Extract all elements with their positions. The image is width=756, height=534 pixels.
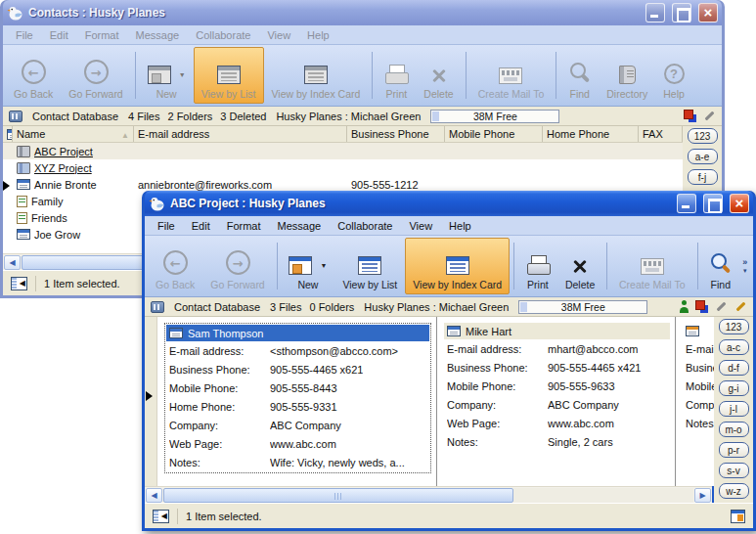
index-tab-a-c[interactable]: a-c: [719, 339, 749, 355]
status-text: 1 Item selected.: [44, 278, 120, 289]
list-row-abc-project[interactable]: ABC Project: [3, 143, 722, 159]
print-button[interactable]: Print: [377, 47, 416, 104]
menu-format[interactable]: Format: [77, 27, 127, 43]
index-tab-j-l[interactable]: j-l: [719, 401, 749, 417]
panel-toggle-icon[interactable]: [153, 510, 169, 523]
column-mobile-phone[interactable]: Mobile Phone: [445, 126, 543, 142]
menu-collaborate[interactable]: Collaborate: [188, 27, 258, 43]
scroll-left-arrow[interactable]: ◀: [4, 255, 21, 270]
card-name: Sam Thompson: [188, 328, 263, 339]
menu-message[interactable]: Message: [128, 27, 188, 43]
maximize-button[interactable]: [672, 3, 691, 22]
scroll-left-arrow[interactable]: ◀: [146, 488, 162, 503]
close-button[interactable]: [698, 3, 718, 22]
card-view-toggle-icon[interactable]: [731, 510, 745, 523]
go-back-button[interactable]: Go Back: [6, 47, 61, 104]
column-business-phone[interactable]: Business Phone: [347, 126, 445, 142]
new-button[interactable]: ▼ New: [140, 47, 194, 104]
card-sam-thompson[interactable]: Sam Thompson E-mail address:<sthompson@a…: [164, 323, 431, 473]
maximize-button[interactable]: [703, 194, 723, 213]
create-mail-to-button[interactable]: Create Mail To: [470, 47, 553, 104]
sync-squares-icon[interactable]: [684, 110, 696, 122]
find-button[interactable]: Find: [560, 47, 599, 104]
delete-icon: [571, 257, 589, 275]
index-tab-s-v[interactable]: s-v: [719, 463, 749, 478]
find-button[interactable]: Find: [701, 238, 739, 294]
column-fax[interactable]: FAX: [639, 126, 683, 142]
index-tab-w-z[interactable]: w-z: [719, 483, 749, 499]
index-tab-m-o[interactable]: m-o: [719, 422, 749, 437]
scroll-right-arrow[interactable]: ▶: [694, 488, 711, 503]
index-tab-g-i[interactable]: g-i: [719, 380, 749, 396]
new-dropdown-icon[interactable]: ▼: [179, 71, 186, 78]
abc-project-window: ABC Project : Husky Planes File Edit For…: [142, 191, 756, 531]
contacts-titlebar[interactable]: Contacts : Husky Planes: [3, 0, 722, 25]
index-tab-f-j[interactable]: f-j: [688, 169, 718, 185]
close-button[interactable]: [730, 194, 749, 213]
view-by-list-icon: [358, 256, 381, 275]
new-dropdown-icon[interactable]: ▼: [320, 262, 327, 269]
menu-file[interactable]: File: [8, 27, 41, 43]
view-by-index-card-button[interactable]: View by Index Card: [405, 238, 510, 294]
card-partial[interactable]: E-mail address: Business Phone: Mobile P…: [683, 323, 709, 432]
card-header[interactable]: [683, 323, 709, 339]
panel-toggle-icon[interactable]: [11, 277, 27, 290]
presence-person-icon[interactable]: [679, 300, 689, 313]
menu-file[interactable]: File: [150, 218, 183, 234]
minimize-button[interactable]: [645, 3, 665, 22]
contacts-menubar: File Edit Format Message Collaborate Vie…: [3, 25, 722, 45]
print-button[interactable]: Print: [518, 238, 557, 294]
project-book-icon: [17, 162, 30, 174]
column-home-phone[interactable]: Home Phone: [543, 126, 639, 142]
delete-button[interactable]: Delete: [557, 238, 602, 294]
column-name[interactable]: Name: [13, 126, 134, 142]
delete-icon: [430, 67, 448, 84]
index-tab-p-r[interactable]: p-r: [719, 442, 749, 458]
index-tab-123[interactable]: 123: [719, 319, 749, 334]
toolbar-separator: [556, 52, 556, 99]
help-button[interactable]: Help: [655, 47, 692, 104]
sort-ascending-icon: [121, 128, 129, 140]
new-button[interactable]: ▼ New: [281, 238, 334, 294]
sign-pen-icon[interactable]: [734, 300, 747, 313]
view-by-index-card-icon: [446, 256, 469, 275]
minimize-button[interactable]: [677, 194, 696, 213]
abc-titlebar[interactable]: ABC Project : Husky Planes: [145, 191, 753, 216]
delete-button[interactable]: Delete: [416, 47, 461, 104]
menu-collaborate[interactable]: Collaborate: [330, 218, 400, 234]
view-by-index-card-button[interactable]: View by Index Card: [264, 47, 369, 104]
create-mail-to-icon: [641, 258, 664, 275]
menu-message[interactable]: Message: [270, 218, 330, 234]
sync-squares-icon[interactable]: [695, 300, 708, 313]
contact-card-icon: [447, 326, 461, 336]
go-forward-button[interactable]: Go Forward: [61, 47, 130, 104]
menu-format[interactable]: Format: [219, 218, 269, 234]
menu-help[interactable]: Help: [441, 218, 479, 234]
toolbar-overflow-chevron-icon[interactable]: »▾: [739, 258, 750, 274]
column-email[interactable]: E-mail address: [134, 126, 347, 142]
app-bird-icon: [7, 5, 23, 22]
menu-edit[interactable]: Edit: [184, 218, 218, 234]
index-tab-123[interactable]: 123: [688, 128, 718, 144]
go-back-button[interactable]: Go Back: [148, 238, 202, 294]
card-mike-hart[interactable]: Mike Hart E-mail address:mhart@abcco.com…: [444, 323, 670, 451]
index-tab-a-e[interactable]: a-e: [688, 149, 718, 164]
card-header[interactable]: Mike Hart: [444, 323, 670, 339]
list-row-xyz-project[interactable]: XYZ Project: [3, 159, 722, 176]
menu-view[interactable]: View: [259, 27, 298, 43]
go-forward-button[interactable]: Go Forward: [202, 238, 272, 294]
scroll-thumb[interactable]: [163, 488, 513, 503]
view-by-list-button[interactable]: View by List: [194, 47, 264, 104]
edit-pencil-icon[interactable]: [715, 300, 728, 313]
directory-button[interactable]: Directory: [599, 47, 655, 104]
menu-view[interactable]: View: [401, 218, 440, 234]
menu-help[interactable]: Help: [299, 27, 337, 43]
index-tab-d-f[interactable]: d-f: [719, 360, 749, 376]
view-by-list-button[interactable]: View by List: [334, 238, 405, 294]
scroll-track[interactable]: [163, 488, 693, 503]
menu-edit[interactable]: Edit: [42, 27, 76, 43]
card-header[interactable]: Sam Thompson: [166, 325, 429, 341]
create-mail-to-button[interactable]: Create Mail To: [611, 238, 693, 294]
abc-horizontal-scrollbar[interactable]: ◀ ▶: [145, 486, 712, 503]
edit-pencil-icon[interactable]: [703, 110, 716, 122]
